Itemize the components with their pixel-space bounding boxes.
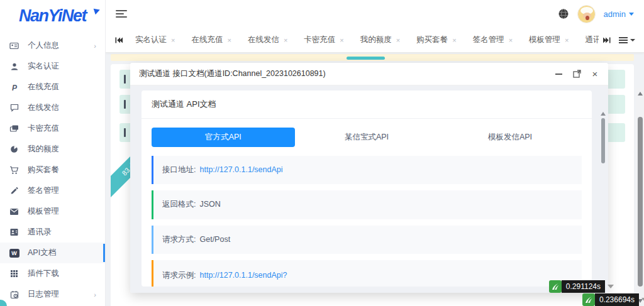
- doc-row-value: JSON: [199, 200, 220, 209]
- collapse-sidebar-icon[interactable]: [116, 10, 127, 18]
- logo-arrow-icon: [94, 7, 101, 14]
- sidebar-item-label: 插件下载: [28, 268, 59, 279]
- sidebar-item-plugin-download[interactable]: 插件下载: [0, 263, 105, 284]
- chevron-down-icon: [629, 13, 634, 16]
- id-card-icon: [9, 41, 19, 51]
- close-icon[interactable]: ×: [591, 70, 599, 79]
- globe-icon[interactable]: [558, 8, 569, 19]
- brand-logo[interactable]: NanYiNet: [0, 0, 105, 31]
- sidebar-item-card-recharge[interactable]: 卡密充值: [0, 118, 105, 139]
- tab-my-quota[interactable]: 我的额度×: [352, 28, 408, 53]
- maximize-icon[interactable]: [572, 70, 581, 79]
- chevron-down-icon: [630, 39, 635, 41]
- chevron-down-icon[interactable]: [608, 285, 614, 288]
- api-doc-card: 测试通道 API文档 官方式API 某信宝式API 模板发信API 接口地址:h…: [142, 90, 592, 287]
- sidebar-item-my-quota[interactable]: 我的额度: [0, 139, 105, 160]
- cart-icon: [9, 165, 19, 175]
- sidebar-item-online-send[interactable]: 在线发信: [0, 97, 105, 118]
- page-scrollbar-thumb[interactable]: [638, 117, 643, 287]
- page-tabbar: 实名认证× 在线充值× 在线发信× 卡密充值× 我的额度× 购买套餐× 签名管理…: [106, 28, 644, 53]
- modal-title: 测试通道 接口文档(通道ID:Channel_2023102610891): [139, 68, 326, 79]
- endpoint-link[interactable]: http://127.0.1.1/sendApi: [199, 165, 282, 174]
- user-badge-icon: [9, 62, 19, 72]
- doc-row-label: 返回格式:: [162, 200, 196, 209]
- svg-text:P: P: [12, 84, 18, 92]
- sidebar: NanYiNet 个人信息 › 实名认证 P 在线充值: [0, 0, 106, 306]
- close-icon[interactable]: ×: [452, 36, 456, 44]
- api-tab-template-send[interactable]: 模板发信API: [438, 128, 582, 147]
- sidebar-item-log-mgmt[interactable]: 日志管理 ›: [0, 284, 105, 305]
- minimize-icon[interactable]: [554, 70, 563, 79]
- doc-row-label: 请求示例:: [162, 271, 196, 280]
- tab-card-recharge[interactable]: 卡密充值×: [296, 28, 352, 53]
- log-calendar-icon: [9, 290, 19, 300]
- modal-scrollbar[interactable]: [601, 112, 606, 288]
- pen-icon: [9, 186, 19, 196]
- brand-logo-text: NanYiNet: [19, 6, 86, 26]
- tabs-scroll-last-icon[interactable]: [599, 28, 615, 53]
- page-scrollbar[interactable]: [636, 88, 644, 306]
- example-link[interactable]: http://127.0.1.1/sendApi?: [199, 271, 287, 280]
- sidebar-item-signature-mgmt[interactable]: 签名管理: [0, 180, 105, 201]
- scroll-up-icon[interactable]: [601, 112, 606, 116]
- api-tab-mouxinbao[interactable]: 某信宝式API: [295, 128, 438, 147]
- tab-label: 通讯录: [586, 35, 599, 45]
- tab-contacts[interactable]: 通讯录×: [577, 28, 599, 53]
- tab-template-mgmt[interactable]: 模板管理×: [521, 28, 577, 53]
- username-label: admin: [604, 9, 626, 19]
- close-icon[interactable]: ×: [565, 36, 569, 44]
- tab-list: 实名认证× 在线充值× 在线发信× 卡密充值× 我的额度× 购买套餐× 签名管理…: [127, 28, 599, 53]
- tab-buy-package[interactable]: 购买套餐×: [408, 28, 464, 53]
- modal-body: 测试通道 API文档 官方式API 某信宝式API 模板发信API 接口地址:h…: [130, 85, 608, 293]
- doc-row-label: 请求方式:: [162, 235, 196, 244]
- api-tab-official[interactable]: 官方式API: [152, 128, 295, 147]
- sidebar-item-real-name-auth[interactable]: 实名认证: [0, 56, 105, 77]
- debug-time-badge[interactable]: 0.291124s: [549, 280, 614, 293]
- sidebar-item-online-recharge[interactable]: P 在线充值: [0, 77, 105, 97]
- tab-real-name-auth[interactable]: 实名认证×: [127, 28, 183, 53]
- modal-header[interactable]: 测试通道 接口文档(通道ID:Channel_2023102610891) ×: [130, 63, 608, 85]
- quota-icon: [9, 145, 19, 155]
- tab-label: 在线充值: [191, 35, 223, 45]
- doc-row-request-method: 请求方式:Get/Post: [152, 226, 582, 254]
- sidebar-item-label: 卡密充值: [28, 123, 59, 134]
- sidebar-item-api-docs[interactable]: W API文档: [0, 243, 105, 263]
- plugin-grid-icon: [9, 269, 19, 279]
- sidebar-item-label: 签名管理: [28, 185, 59, 196]
- close-icon[interactable]: ×: [396, 36, 400, 44]
- tab-signature-mgmt[interactable]: 签名管理×: [465, 28, 521, 53]
- thinkphp-leaf-icon: [549, 280, 562, 293]
- close-icon[interactable]: ×: [284, 36, 287, 44]
- api-type-tabs: 官方式API 某信宝式API 模板发信API: [152, 128, 582, 147]
- modal-scrollbar-thumb[interactable]: [601, 118, 605, 163]
- doc-row-request-example: 请求示例:http://127.0.1.1/sendApi? channel=C…: [152, 260, 582, 287]
- sidebar-item-buy-package[interactable]: 购买套餐: [0, 160, 105, 180]
- sidebar-item-label: 通讯录: [28, 227, 52, 238]
- api-doc-modal: 测试通道 接口文档(通道ID:Channel_2023102610891) × …: [130, 63, 608, 293]
- chevron-right-icon: ›: [94, 42, 96, 50]
- example-link[interactable]: channel=Channel_2023102610891&username=a…: [162, 283, 573, 287]
- sidebar-item-template-mgmt[interactable]: 模板管理: [0, 201, 105, 222]
- sidebar-item-personal-info[interactable]: 个人信息 ›: [0, 35, 105, 56]
- sidebar-item-contacts[interactable]: 通讯录: [0, 222, 105, 243]
- tab-label: 卡密充值: [304, 35, 335, 45]
- close-icon[interactable]: ×: [227, 36, 231, 44]
- app-window: NanYiNet 个人信息 › 实名认证 P 在线充值: [0, 0, 644, 306]
- tabs-scroll-first-icon[interactable]: [111, 28, 127, 53]
- close-icon[interactable]: ×: [340, 36, 343, 44]
- scroll-up-icon[interactable]: [638, 92, 643, 96]
- tab-online-send[interactable]: 在线发信×: [240, 28, 296, 53]
- debug-time-badge[interactable]: 0.236694s: [582, 293, 644, 306]
- close-icon[interactable]: ×: [509, 36, 513, 44]
- doc-row-return-format: 返回格式:JSON: [152, 190, 582, 219]
- sidebar-item-label: 购买套餐: [28, 165, 59, 175]
- close-icon[interactable]: ×: [171, 36, 175, 44]
- tab-options-menu[interactable]: [615, 37, 639, 43]
- tab-label: 实名认证: [135, 35, 167, 45]
- debug-time-label: 0.236694s: [595, 293, 639, 306]
- chevron-down-icon[interactable]: [641, 298, 644, 302]
- tab-online-recharge[interactable]: 在线充值×: [183, 28, 239, 53]
- horizontal-scrollbar-thumb[interactable]: [347, 57, 385, 60]
- user-menu[interactable]: admin: [604, 9, 634, 19]
- user-avatar[interactable]: [577, 5, 596, 23]
